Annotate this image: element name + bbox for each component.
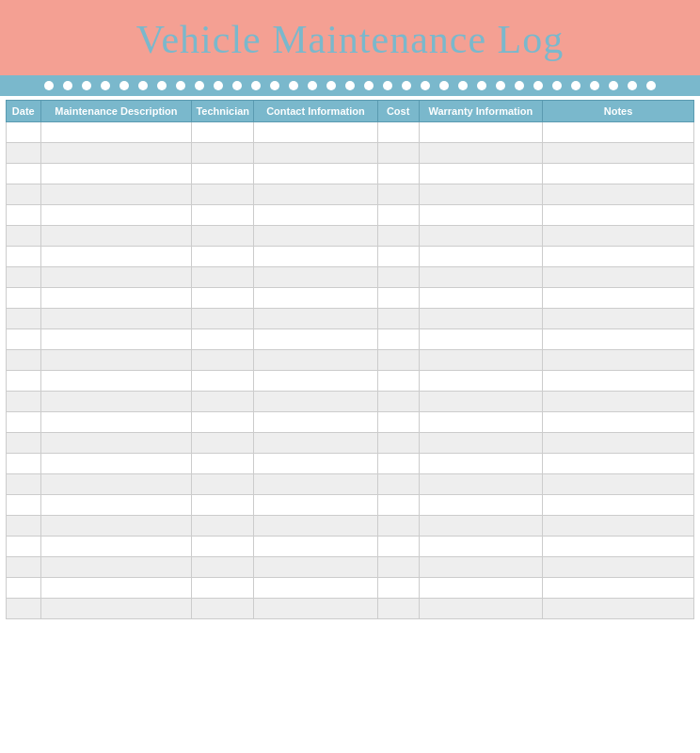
table-cell[interactable] [192, 350, 254, 371]
table-cell[interactable] [419, 288, 543, 309]
table-cell[interactable] [7, 454, 41, 474]
table-cell[interactable] [419, 454, 543, 474]
table-cell[interactable] [192, 205, 254, 226]
table-cell[interactable] [254, 537, 378, 557]
table-cell[interactable] [7, 433, 41, 454]
table-cell[interactable] [419, 495, 543, 516]
table-cell[interactable] [419, 474, 543, 495]
table-cell[interactable] [254, 226, 378, 247]
table-cell[interactable] [543, 350, 694, 371]
table-cell[interactable] [7, 350, 41, 371]
table-cell[interactable] [192, 329, 254, 350]
table-cell[interactable] [40, 537, 192, 557]
table-cell[interactable] [377, 184, 419, 205]
table-cell[interactable] [377, 474, 419, 495]
table-cell[interactable] [7, 205, 41, 226]
table-cell[interactable] [377, 371, 419, 392]
table-cell[interactable] [419, 164, 543, 184]
table-cell[interactable] [377, 350, 419, 371]
table-cell[interactable] [254, 122, 378, 143]
table-cell[interactable] [254, 599, 378, 619]
table-cell[interactable] [254, 247, 378, 267]
table-cell[interactable] [40, 412, 192, 433]
table-cell[interactable] [543, 599, 694, 619]
table-cell[interactable] [7, 329, 41, 350]
table-cell[interactable] [543, 205, 694, 226]
table-cell[interactable] [40, 164, 192, 184]
table-cell[interactable] [192, 309, 254, 329]
table-cell[interactable] [419, 205, 543, 226]
table-cell[interactable] [192, 495, 254, 516]
table-cell[interactable] [419, 557, 543, 578]
table-cell[interactable] [419, 122, 543, 143]
table-cell[interactable] [7, 247, 41, 267]
table-cell[interactable] [377, 143, 419, 164]
table-cell[interactable] [254, 495, 378, 516]
table-cell[interactable] [543, 329, 694, 350]
table-cell[interactable] [254, 392, 378, 412]
table-cell[interactable] [192, 226, 254, 247]
table-cell[interactable] [254, 184, 378, 205]
table-cell[interactable] [254, 474, 378, 495]
table-cell[interactable] [254, 557, 378, 578]
table-cell[interactable] [254, 412, 378, 433]
table-cell[interactable] [377, 122, 419, 143]
table-cell[interactable] [7, 412, 41, 433]
table-cell[interactable] [419, 433, 543, 454]
table-cell[interactable] [377, 226, 419, 247]
table-cell[interactable] [40, 247, 192, 267]
table-cell[interactable] [377, 495, 419, 516]
table-cell[interactable] [254, 288, 378, 309]
table-cell[interactable] [377, 516, 419, 537]
table-cell[interactable] [40, 557, 192, 578]
table-cell[interactable] [40, 495, 192, 516]
table-cell[interactable] [419, 371, 543, 392]
table-cell[interactable] [543, 578, 694, 599]
table-cell[interactable] [543, 226, 694, 247]
table-cell[interactable] [543, 433, 694, 454]
table-cell[interactable] [419, 267, 543, 288]
table-cell[interactable] [7, 267, 41, 288]
table-cell[interactable] [40, 474, 192, 495]
table-cell[interactable] [40, 578, 192, 599]
table-cell[interactable] [543, 122, 694, 143]
table-cell[interactable] [377, 557, 419, 578]
table-cell[interactable] [40, 454, 192, 474]
table-cell[interactable] [543, 371, 694, 392]
table-cell[interactable] [192, 474, 254, 495]
table-cell[interactable] [543, 495, 694, 516]
table-cell[interactable] [192, 164, 254, 184]
table-cell[interactable] [192, 578, 254, 599]
table-cell[interactable] [377, 537, 419, 557]
table-cell[interactable] [192, 516, 254, 537]
table-cell[interactable] [40, 433, 192, 454]
table-cell[interactable] [377, 205, 419, 226]
table-cell[interactable] [40, 309, 192, 329]
table-cell[interactable] [7, 226, 41, 247]
table-cell[interactable] [7, 122, 41, 143]
table-cell[interactable] [377, 599, 419, 619]
table-cell[interactable] [192, 433, 254, 454]
table-cell[interactable] [543, 557, 694, 578]
table-cell[interactable] [419, 537, 543, 557]
table-cell[interactable] [543, 143, 694, 164]
table-cell[interactable] [7, 578, 41, 599]
table-cell[interactable] [543, 537, 694, 557]
table-cell[interactable] [419, 599, 543, 619]
table-cell[interactable] [254, 143, 378, 164]
table-cell[interactable] [40, 371, 192, 392]
table-cell[interactable] [192, 454, 254, 474]
table-cell[interactable] [419, 226, 543, 247]
table-cell[interactable] [192, 537, 254, 557]
table-cell[interactable] [254, 309, 378, 329]
table-cell[interactable] [7, 495, 41, 516]
table-cell[interactable] [40, 516, 192, 537]
table-cell[interactable] [543, 247, 694, 267]
table-cell[interactable] [40, 122, 192, 143]
table-cell[interactable] [254, 329, 378, 350]
table-cell[interactable] [7, 599, 41, 619]
table-cell[interactable] [543, 267, 694, 288]
table-cell[interactable] [377, 454, 419, 474]
table-cell[interactable] [192, 412, 254, 433]
table-cell[interactable] [543, 288, 694, 309]
